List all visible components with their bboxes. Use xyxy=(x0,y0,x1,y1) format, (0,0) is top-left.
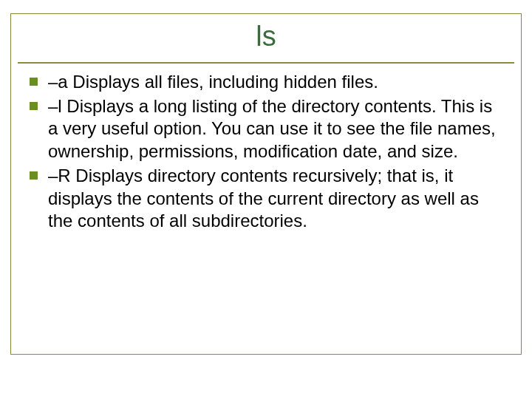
square-bullet-icon xyxy=(30,78,38,86)
option-desc: Displays directory contents recursively;… xyxy=(48,166,479,231)
list-item: –a Displays all files, including hidden … xyxy=(30,71,505,94)
bullet-list: –a Displays all files, including hidden … xyxy=(30,71,505,234)
list-item-text: –l Displays a long listing of the direct… xyxy=(48,95,505,163)
option-desc: Displays all files, including hidden fil… xyxy=(68,72,378,92)
option-flag: –a xyxy=(48,72,68,92)
slide-title: ls xyxy=(0,21,532,52)
list-item: –l Displays a long listing of the direct… xyxy=(30,95,505,163)
list-item-text: –R Displays directory contents recursive… xyxy=(48,165,505,233)
slide: ls –a Displays all files, including hidd… xyxy=(0,0,532,399)
square-bullet-icon xyxy=(30,102,38,110)
list-item-text: –a Displays all files, including hidden … xyxy=(48,71,505,94)
option-desc: Displays a long listing of the directory… xyxy=(48,96,496,161)
option-flag: –R xyxy=(48,166,71,185)
square-bullet-icon xyxy=(30,171,38,180)
option-flag: –l xyxy=(48,96,62,116)
list-item: –R Displays directory contents recursive… xyxy=(30,165,505,233)
